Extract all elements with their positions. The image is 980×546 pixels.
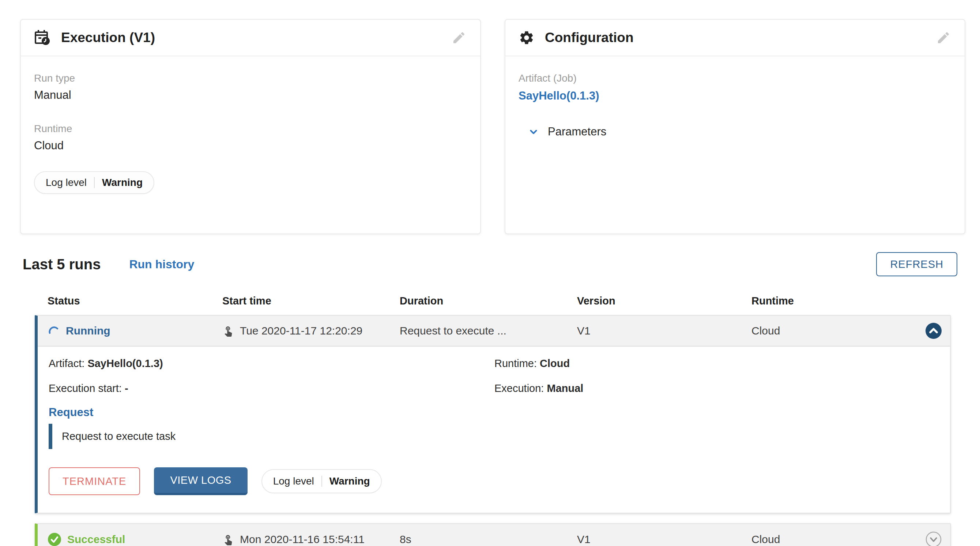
detail-execution-value: Manual bbox=[547, 382, 583, 394]
start-time-cell: Tue 2020-11-17 12:20:29 bbox=[222, 325, 400, 337]
artifact-link[interactable]: SayHello(0.1.3) bbox=[519, 89, 599, 102]
runtime-value: Cloud bbox=[34, 139, 467, 152]
expand-row-button[interactable] bbox=[925, 531, 942, 546]
detail-runtime-label: Runtime: bbox=[495, 358, 537, 369]
configuration-card-title: Configuration bbox=[545, 30, 935, 45]
column-header-duration: Duration bbox=[400, 295, 577, 307]
version-cell: V1 bbox=[577, 533, 751, 546]
detail-execution-start-label: Execution start: bbox=[49, 382, 122, 394]
run-card-successful: Successful Mon 2020-11-16 15:54:11 8s V1… bbox=[35, 523, 951, 546]
detail-right-column: Runtime: Cloud Execution: Manual bbox=[495, 357, 935, 395]
pencil-icon bbox=[936, 30, 951, 45]
view-logs-button[interactable]: VIEW LOGS bbox=[154, 467, 247, 495]
chip-divider bbox=[321, 476, 322, 487]
detail-execution-start-value: - bbox=[125, 382, 128, 394]
column-header-status: Status bbox=[48, 295, 222, 307]
artifact-field: Artifact (Job) SayHello(0.1.3) bbox=[519, 72, 951, 102]
run-history-link[interactable]: Run history bbox=[129, 258, 194, 271]
run-card-running: Running Tue 2020-11-17 12:20:29 Request … bbox=[35, 315, 951, 513]
status-cell: Running bbox=[48, 325, 222, 337]
status-cell: Successful bbox=[48, 532, 222, 546]
request-heading: Request bbox=[49, 406, 935, 419]
check-circle-icon bbox=[48, 532, 61, 546]
log-level-chip-value: Warning bbox=[102, 177, 143, 188]
detail-execution: Execution: Manual bbox=[495, 382, 935, 395]
run-details-panel: Artifact: SayHello(0.1.3) Execution star… bbox=[38, 346, 950, 513]
start-time-value: Mon 2020-11-16 15:54:11 bbox=[240, 533, 364, 546]
request-quote-block: Request to execute task bbox=[49, 424, 935, 449]
log-level-chip: Log level Warning bbox=[34, 171, 154, 194]
collapse-row-button[interactable] bbox=[925, 322, 942, 340]
top-cards-row: Execution (V1) Run type Manual Runtime C… bbox=[0, 0, 980, 234]
toggle-cell bbox=[917, 531, 950, 546]
configuration-card-body: Artifact (Job) SayHello(0.1.3) Parameter… bbox=[505, 56, 965, 138]
detail-actions-row: TERMINATE VIEW LOGS Log level Warning bbox=[49, 467, 935, 495]
run-type-label: Run type bbox=[34, 72, 467, 84]
execution-card-body: Run type Manual Runtime Cloud Log level … bbox=[21, 56, 480, 194]
configuration-edit-button[interactable] bbox=[935, 30, 951, 46]
chevron-up-circle-icon bbox=[925, 322, 942, 339]
run-type-value: Manual bbox=[34, 89, 467, 102]
start-time-cell: Mon 2020-11-16 15:54:11 bbox=[222, 533, 400, 546]
parameters-label: Parameters bbox=[548, 125, 606, 138]
execution-card-title: Execution (V1) bbox=[61, 30, 451, 45]
detail-runtime: Runtime: Cloud bbox=[495, 357, 935, 370]
detail-artifact-label: Artifact: bbox=[49, 358, 84, 369]
artifact-label: Artifact (Job) bbox=[519, 72, 951, 84]
terminate-button[interactable]: TERMINATE bbox=[49, 467, 140, 495]
tap-hand-icon bbox=[222, 325, 234, 337]
detail-artifact-value: SayHello(0.1.3) bbox=[88, 358, 163, 369]
runtime-cell: Cloud bbox=[751, 325, 917, 337]
parameters-toggle[interactable]: Parameters bbox=[519, 125, 951, 138]
duration-cell: 8s bbox=[400, 533, 577, 546]
version-cell: V1 bbox=[577, 325, 751, 337]
detail-execution-label: Execution: bbox=[495, 382, 544, 394]
table-header-row: Status Start time Duration Version Runti… bbox=[35, 277, 951, 315]
detail-artifact: Artifact: SayHello(0.1.3) bbox=[49, 357, 495, 370]
log-level-chip-label: Log level bbox=[273, 476, 314, 487]
column-header-start-time: Start time bbox=[222, 295, 400, 307]
chevron-down-circle-icon bbox=[926, 532, 942, 546]
table-row[interactable]: Running Tue 2020-11-17 12:20:29 Request … bbox=[38, 316, 950, 346]
runs-table: Status Start time Duration Version Runti… bbox=[35, 277, 951, 546]
execution-card-header: Execution (V1) bbox=[21, 20, 480, 56]
status-badge: Successful bbox=[67, 533, 125, 546]
calendar-clock-icon bbox=[34, 29, 51, 46]
runtime-field: Runtime Cloud bbox=[34, 123, 467, 152]
log-level-chip: Log level Warning bbox=[261, 469, 382, 493]
duration-cell: Request to execute ... bbox=[400, 325, 577, 337]
toggle-cell bbox=[917, 322, 950, 340]
spinner-icon bbox=[48, 325, 60, 337]
execution-edit-button[interactable] bbox=[451, 30, 467, 46]
configuration-card-header: Configuration bbox=[505, 20, 965, 56]
runtime-label: Runtime bbox=[34, 123, 467, 135]
execution-card: Execution (V1) Run type Manual Runtime C… bbox=[20, 19, 481, 234]
runs-title: Last 5 runs bbox=[23, 256, 100, 273]
detail-grid: Artifact: SayHello(0.1.3) Execution star… bbox=[49, 357, 935, 395]
runs-header: Last 5 runs Run history REFRESH bbox=[23, 252, 957, 277]
detail-execution-start: Execution start: - bbox=[49, 382, 495, 395]
run-type-field: Run type Manual bbox=[34, 72, 467, 102]
request-message: Request to execute task bbox=[62, 429, 935, 443]
log-level-chip-value: Warning bbox=[329, 476, 370, 487]
gear-icon bbox=[519, 30, 535, 46]
column-header-runtime: Runtime bbox=[751, 295, 918, 307]
chevron-down-icon bbox=[529, 127, 538, 136]
start-time-value: Tue 2020-11-17 12:20:29 bbox=[240, 325, 363, 337]
column-header-version: Version bbox=[577, 295, 751, 307]
table-row[interactable]: Successful Mon 2020-11-16 15:54:11 8s V1… bbox=[38, 524, 950, 546]
detail-runtime-value: Cloud bbox=[540, 358, 570, 369]
log-level-chip-label: Log level bbox=[46, 177, 87, 188]
chip-divider bbox=[94, 177, 95, 188]
runtime-cell: Cloud bbox=[751, 533, 917, 546]
tap-hand-icon bbox=[222, 533, 234, 545]
configuration-card: Configuration Artifact (Job) SayHello(0.… bbox=[504, 19, 966, 234]
refresh-button[interactable]: REFRESH bbox=[876, 252, 957, 276]
pencil-icon bbox=[452, 30, 466, 45]
detail-left-column: Artifact: SayHello(0.1.3) Execution star… bbox=[49, 357, 495, 395]
status-badge: Running bbox=[66, 325, 110, 337]
